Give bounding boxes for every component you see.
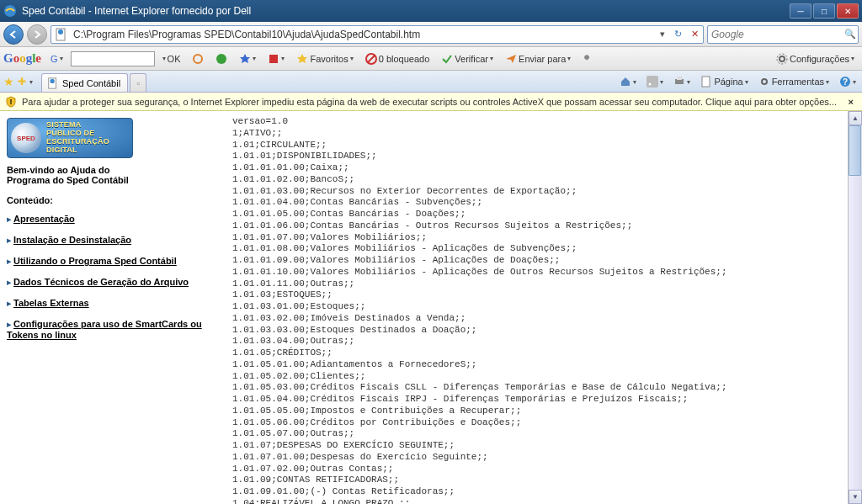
favorites-star-button[interactable]: ★ (3, 75, 14, 88)
help-sidebar: SPED SISTEMA PÚBLICO DE ESCRITURAÇÃO DIG… (0, 111, 224, 504)
svg-rect-5 (269, 55, 278, 63)
google-ok-label: OK (168, 54, 181, 64)
svg-point-11 (51, 78, 55, 82)
content-area: SPED SISTEMA PÚBLICO DE ESCRITURAÇÃO DIG… (0, 111, 862, 504)
google-tool-2[interactable] (211, 50, 231, 67)
scroll-thumb[interactable] (849, 125, 861, 176)
favoritos-label: Favoritos (310, 54, 348, 64)
security-infobar[interactable]: ! Para ajudar a proteger sua segurança, … (0, 93, 862, 111)
google-ok-button[interactable]: ▾OK (158, 51, 185, 66)
home-button[interactable]: ▾ (617, 75, 639, 88)
verificar-button[interactable]: Verificar▾ (437, 50, 498, 67)
arrow-left-icon (9, 30, 18, 39)
shield-icon: ! (5, 96, 17, 108)
toc-link[interactable]: Apresentação (13, 214, 75, 224)
page-icon (55, 28, 68, 41)
svg-point-2 (58, 29, 63, 34)
url-input[interactable] (72, 29, 656, 40)
refresh-button[interactable]: ↻ (669, 29, 686, 40)
help-button[interactable]: ?▾ (837, 75, 859, 88)
svg-point-4 (216, 54, 226, 64)
url-dropdown[interactable]: ▾ (656, 29, 669, 40)
toc-link[interactable]: Tabelas Externas (13, 298, 89, 308)
circle-icon (192, 53, 204, 65)
tab-bar: ★ ✚ ▾ Sped Contábil ▫ ▾ ▾ ▾ Página▾ Ferr… (0, 71, 862, 93)
vertical-scrollbar[interactable]: ▲ ▼ (848, 111, 862, 504)
google-bookmarks[interactable]: ▾ (235, 50, 260, 67)
star-blue-icon (239, 53, 251, 65)
toc-arrow-icon: ▸ (7, 277, 12, 287)
search-input[interactable] (708, 29, 842, 40)
scroll-down-button[interactable]: ▼ (849, 490, 862, 504)
feeds-button[interactable]: ▾ (644, 75, 666, 88)
wrench-small-icon (583, 53, 594, 65)
toc-list: ▸Apresentação▸Instalação e Desinstalação… (7, 214, 217, 340)
google-tool-4[interactable]: ▾ (263, 50, 289, 67)
address-bar[interactable]: ▾ ↻ ✕ (51, 25, 704, 44)
new-tab-button[interactable]: ▫ (130, 73, 146, 92)
welcome-line-1: Bem-vindo ao Ajuda do (7, 165, 217, 175)
toc-arrow-icon: ▸ (7, 214, 12, 224)
back-button[interactable] (3, 24, 24, 45)
blocked-icon (365, 53, 377, 65)
google-tool-settings[interactable] (578, 50, 599, 67)
scroll-up-button[interactable]: ▲ (849, 111, 862, 125)
page-tab-icon (47, 77, 59, 89)
welcome-text: Bem-vindo ao Ajuda do Programa do Sped C… (7, 165, 217, 185)
gear-menu-icon (758, 76, 770, 88)
toc-arrow-icon: ▸ (7, 298, 12, 308)
tab-label: Sped Contábil (62, 78, 120, 88)
close-button[interactable]: ✕ (837, 3, 859, 19)
svg-line-7 (368, 56, 375, 62)
enviar-button[interactable]: Enviar para▾ (501, 50, 575, 67)
forward-button[interactable] (27, 24, 47, 45)
toc-link[interactable]: Instalação e Desinstalação (13, 235, 131, 245)
home-icon (620, 76, 631, 88)
page-menu-label: Página (714, 77, 742, 87)
welcome-line-2: Programa do Sped Contábil (7, 175, 217, 185)
help-icon: ? (839, 76, 851, 88)
toc-link[interactable]: Utilizando o Programa Sped Contábil (13, 256, 177, 266)
stop-button[interactable]: ✕ (686, 29, 703, 40)
svg-point-13 (649, 83, 652, 86)
page-menu-icon (700, 76, 712, 88)
check-icon (441, 53, 453, 65)
svg-point-17 (762, 79, 767, 84)
bloqueado-button[interactable]: 0 bloqueado (361, 50, 434, 67)
toc-arrow-icon: ▸ (7, 256, 12, 266)
toc-item: ▸Configurações para uso de SmartCards ou… (7, 319, 217, 340)
conteudo-heading: Conteúdo: (7, 195, 217, 205)
gear-icon (776, 53, 788, 65)
rss-icon (646, 76, 658, 88)
infobar-close-button[interactable]: × (845, 97, 857, 107)
google-search-input[interactable] (71, 51, 155, 66)
favoritos-button[interactable]: Favoritos▾ (292, 50, 357, 67)
window-titlebar: Sped Contábil - Internet Explorer fornec… (0, 0, 862, 22)
toc-link[interactable]: Configurações para uso de SmartCards ou … (7, 319, 202, 340)
toc-link[interactable]: Dados Técnicos de Geração do Arquivo (13, 277, 189, 287)
svg-text:!: ! (10, 98, 13, 106)
add-favorite-button[interactable]: ✚ (18, 76, 26, 88)
search-box[interactable]: 🔍 (707, 25, 859, 44)
svg-rect-16 (702, 77, 710, 87)
page-menu-button[interactable]: Página▾ (698, 75, 750, 88)
tools-menu-button[interactable]: Ferramentas▾ (756, 75, 832, 88)
svg-rect-15 (677, 77, 682, 80)
sped-badge: SPED (11, 123, 41, 153)
navigation-bar: ▾ ↻ ✕ 🔍 (0, 22, 862, 47)
google-logo: Google (3, 51, 41, 66)
flag-icon (268, 53, 279, 65)
maximize-button[interactable]: □ (813, 3, 835, 19)
bloqueado-label: 0 bloqueado (379, 54, 430, 64)
print-button[interactable]: ▾ (671, 75, 693, 88)
svg-point-8 (780, 56, 785, 61)
tab-active[interactable]: Sped Contábil (41, 73, 128, 92)
window-title: Sped Contábil - Internet Explorer fornec… (22, 5, 790, 17)
toc-item: ▸Instalação e Desinstalação (7, 235, 217, 246)
configuracoes-button[interactable]: Configurações▾ (772, 50, 859, 67)
google-menu-dropdown[interactable]: G▾ (46, 51, 67, 66)
minimize-button[interactable]: ─ (790, 3, 811, 19)
search-icon[interactable]: 🔍 (842, 29, 858, 40)
google-tool-1[interactable] (188, 50, 208, 67)
favorites-dropdown[interactable]: ▾ (29, 78, 33, 86)
